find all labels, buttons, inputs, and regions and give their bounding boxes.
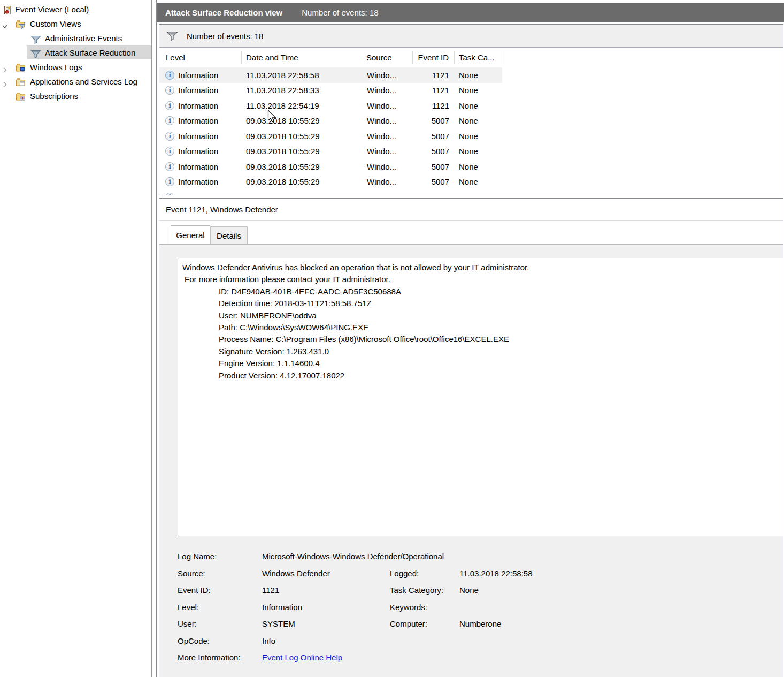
date-cell: 11.03.2018 22:54:19 <box>242 101 362 110</box>
sidebar-item-event-viewer-local[interactable]: Event Viewer (Local) <box>0 2 151 17</box>
task-cell: None <box>455 132 502 141</box>
date-cell: 11.03.2018 22:58:58 <box>242 71 362 80</box>
event-log-online-help-link[interactable]: Event Log Online Help <box>262 649 342 666</box>
detail-row-event-id: Event ID:1121Task Category:None <box>178 582 778 599</box>
view-event-count: Number of events: 18 <box>302 8 378 17</box>
detail-value: Windows Defender <box>262 565 330 582</box>
id-cell: 5007 <box>413 162 455 171</box>
information-icon: i <box>165 116 174 125</box>
date-cell: 09.03.2018 10:55:29 <box>242 177 362 186</box>
sidebar-item-label: Subscriptions <box>30 89 78 103</box>
detail-value: Information <box>262 599 302 616</box>
id-cell: 5007 <box>413 147 455 156</box>
detail-row-log-name: Log Name:Microsoft-Windows-Windows Defen… <box>178 548 778 565</box>
chevron-right-icon[interactable] <box>2 63 8 71</box>
event-table: LevelDate and TimeSourceEvent IDTask Ca.… <box>159 48 783 195</box>
level-cell: iInformation <box>159 132 242 141</box>
detail-value: Microsoft-Windows-Windows Defender/Opera… <box>262 548 444 565</box>
task-cell: None <box>455 71 502 80</box>
filter-bar: Number of events: 18 <box>159 25 783 48</box>
view-title: Attack Surface Reduction view <box>165 8 282 17</box>
chevron-down-icon[interactable] <box>2 20 8 27</box>
funnel-icon <box>166 31 178 41</box>
event-list-frame: Number of events: 18 LevelDate and TimeS… <box>159 24 783 195</box>
mouse-cursor <box>267 110 278 126</box>
level-cell: iInformation <box>159 116 242 125</box>
general-tab-content: Windows Defender Antivirus has blocked a… <box>159 244 783 677</box>
column-header-level[interactable]: Level <box>159 51 242 64</box>
detail-label: OpCode: <box>178 633 210 650</box>
src-cell: Windo... <box>362 71 413 80</box>
subscriptions-icon <box>16 92 26 101</box>
sidebar-item-subscriptions[interactable]: Subscriptions <box>0 89 151 103</box>
task-cell: None <box>455 101 502 110</box>
detail-row-user: User:SYSTEMComputer:Numberone <box>178 615 778 633</box>
task-cell: None <box>455 86 502 95</box>
detail-label: Level: <box>178 599 199 616</box>
date-cell: 11.03.2018 22:58:33 <box>242 86 362 95</box>
information-icon: i <box>165 193 174 195</box>
sidebar-tree: Event Viewer (Local)Custom ViewsAdminist… <box>0 2 151 103</box>
detail-row-more-information: More Information:Event Log Online Help <box>178 649 778 666</box>
sidebar-item-custom-views[interactable]: Custom Views <box>0 17 151 31</box>
detail-row-level: Level:InformationKeywords: <box>178 599 778 616</box>
event-details-fields: Log Name:Microsoft-Windows-Windows Defen… <box>178 548 778 666</box>
table-row-partial[interactable]: i <box>159 189 502 195</box>
table-row[interactable]: iInformation09.03.2018 10:55:29Windo...5… <box>159 144 502 159</box>
column-header-source[interactable]: Source <box>362 51 413 64</box>
level-label: Information <box>178 116 218 125</box>
detail-label: Computer: <box>390 615 427 633</box>
date-cell: 09.03.2018 10:55:29 <box>242 116 362 125</box>
table-row[interactable]: iInformation09.03.2018 10:55:29Windo...5… <box>159 128 502 144</box>
sidebar-item-label: Attack Surface Reduction <box>45 45 135 60</box>
table-row[interactable]: iInformation11.03.2018 22:58:58Windo...1… <box>159 67 502 83</box>
sidebar-item-attack-surface-reduction[interactable]: Attack Surface Reduction <box>0 45 151 60</box>
detail-label: Task Category: <box>390 582 443 599</box>
src-cell: Windo... <box>362 116 413 125</box>
table-row[interactable]: iInformation09.03.2018 10:55:29Windo...5… <box>159 159 502 174</box>
detail-value: 1121 <box>262 582 279 599</box>
chevron-right-icon[interactable] <box>2 78 8 85</box>
src-cell: Windo... <box>362 147 413 156</box>
column-header-task-ca[interactable]: Task Ca... <box>455 51 502 64</box>
filter-icon <box>30 48 41 57</box>
information-icon: i <box>165 71 174 80</box>
sidebar: Event Viewer (Local)Custom ViewsAdminist… <box>0 0 152 677</box>
information-icon: i <box>165 162 174 171</box>
sidebar-item-label: Event Viewer (Local) <box>15 2 89 17</box>
folder-apps-icon <box>16 77 26 86</box>
level-cell: iInformation <box>159 71 242 80</box>
sidebar-item-applications-and-services-log[interactable]: Applications and Services Log <box>0 74 151 89</box>
tab-general[interactable]: General <box>171 225 210 244</box>
description-line: Detection time: 2018-03-11T21:58:58.751Z <box>182 298 779 309</box>
level-cell: iInformation <box>159 147 242 156</box>
description-line: For more information please contact your… <box>182 273 779 285</box>
column-header-event-id[interactable]: Event ID <box>413 51 455 64</box>
src-cell: Windo... <box>362 132 413 141</box>
table-row[interactable]: iInformation11.03.2018 22:54:19Windo...1… <box>159 98 502 113</box>
detail-label: More Information: <box>178 649 241 666</box>
level-cell: i <box>159 193 242 195</box>
id-cell: 5007 <box>413 177 455 186</box>
id-cell: 1121 <box>413 86 455 95</box>
description-line: Engine Version: 1.1.14600.4 <box>182 357 779 369</box>
sidebar-item-administrative-events[interactable]: Administrative Events <box>0 31 151 45</box>
sidebar-item-label: Custom Views <box>30 17 81 31</box>
tab-details[interactable]: Details <box>210 226 248 244</box>
event-description: Windows Defender Antivirus has blocked a… <box>178 258 783 536</box>
detail-value: Numberone <box>459 615 501 633</box>
information-icon: i <box>165 86 174 95</box>
event-detail-title: Event 1121, Windows Defender <box>159 199 783 221</box>
detail-label: User: <box>178 615 197 633</box>
event-table-body: iInformation11.03.2018 22:58:58Windo...1… <box>159 67 783 195</box>
column-header-date-and-time[interactable]: Date and Time <box>242 51 362 64</box>
detail-label: Keywords: <box>390 599 427 616</box>
sidebar-item-label: Administrative Events <box>45 31 122 45</box>
table-row[interactable]: iInformation09.03.2018 10:55:29Windo...5… <box>159 174 502 190</box>
table-row[interactable]: iInformation09.03.2018 10:55:29Windo...5… <box>159 113 502 129</box>
sidebar-item-windows-logs[interactable]: Windows Logs <box>0 60 151 74</box>
detail-label: Event ID: <box>178 582 211 599</box>
table-row[interactable]: iInformation11.03.2018 22:58:33Windo...1… <box>159 83 502 98</box>
src-cell: Windo... <box>362 177 413 186</box>
information-icon: i <box>165 147 174 156</box>
